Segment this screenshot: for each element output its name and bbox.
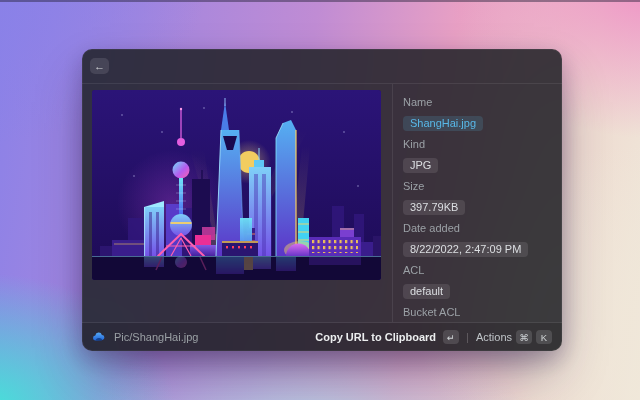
copy-url-button[interactable]: Copy URL to Clipboard ↵ xyxy=(315,330,459,344)
field-label: ACL xyxy=(403,264,552,277)
actions-label: Actions xyxy=(476,331,512,343)
metadata-field-bucket-acl: Bucket ACL private xyxy=(403,306,552,322)
name-tag: ShangHai.jpg xyxy=(403,116,483,131)
preview-pane xyxy=(82,84,392,322)
action-bar-separator: | xyxy=(466,331,469,343)
window-header: ← xyxy=(82,49,562,83)
metadata-field-kind: Kind JPG xyxy=(403,138,552,173)
size-tag: 397.79KB xyxy=(403,200,465,215)
k-key-icon: K xyxy=(536,330,552,344)
field-label: Name xyxy=(403,96,552,109)
metadata-panel: Name ShangHai.jpg Kind JPG Size 397.79KB… xyxy=(393,84,562,322)
desktop-background: ← xyxy=(0,0,640,400)
cmd-key-icon: ⌘ xyxy=(516,330,532,344)
window-body: Name ShangHai.jpg Kind JPG Size 397.79KB… xyxy=(82,84,562,322)
acl-tag: default xyxy=(403,284,450,299)
copy-url-label: Copy URL to Clipboard xyxy=(315,331,436,343)
kind-tag: JPG xyxy=(403,158,438,173)
action-bar: Pic/ShangHai.jpg Copy URL to Clipboard ↵… xyxy=(82,323,562,351)
image-preview xyxy=(92,90,381,280)
screen-top-edge xyxy=(0,0,640,2)
return-key-icon: ↵ xyxy=(443,330,459,344)
file-path: Pic/ShangHai.jpg xyxy=(114,331,198,343)
actions-button[interactable]: Actions ⌘ K xyxy=(476,330,552,344)
metadata-field-date-added: Date added 8/22/2022, 2:47:09 PM xyxy=(403,222,552,257)
shanghai-illustration xyxy=(92,90,381,280)
metadata-field-size: Size 397.79KB xyxy=(403,180,552,215)
date-added-tag: 8/22/2022, 2:47:09 PM xyxy=(403,242,528,257)
field-label: Bucket ACL xyxy=(403,306,552,319)
field-label: Date added xyxy=(403,222,552,235)
field-label: Kind xyxy=(403,138,552,151)
metadata-field-acl: ACL default xyxy=(403,264,552,299)
file-preview-window: ← xyxy=(82,49,562,351)
back-button[interactable]: ← xyxy=(90,58,109,74)
field-label: Size xyxy=(403,180,552,193)
back-arrow-icon: ← xyxy=(94,61,105,72)
metadata-field-name: Name ShangHai.jpg xyxy=(403,96,552,131)
cloud-icon xyxy=(92,330,106,344)
